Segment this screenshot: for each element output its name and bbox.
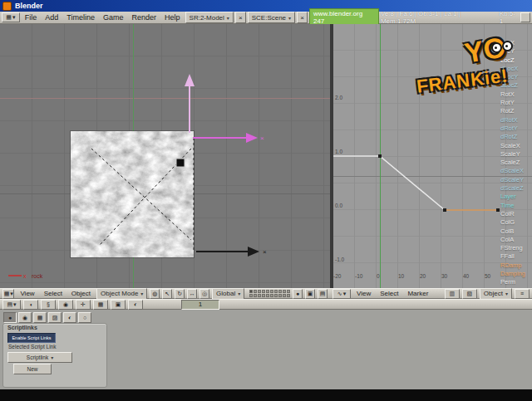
panel-tab-label[interactable]: Scriptlinks — [7, 325, 37, 330]
layer-button-20[interactable] — [287, 294, 290, 297]
context-editing-icon[interactable] — [93, 300, 108, 310]
layer-button-10[interactable] — [287, 290, 290, 293]
layer-button-15[interactable] — [266, 294, 269, 297]
ipo-channel-scalez[interactable]: ScaleZ — [500, 159, 532, 167]
ipo-editor[interactable]: 2.01.00.0-1.0 -20-1001020304050 LocXLocY… — [333, 24, 532, 288]
ipo-type-icon[interactable] — [332, 289, 351, 299]
subcontext-world-icon[interactable] — [63, 312, 76, 323]
ipo-channel-colg[interactable]: ColG — [500, 218, 532, 227]
context-logic-icon[interactable] — [23, 300, 38, 310]
ipo-curve-locz[interactable] — [333, 154, 500, 212]
viewport-3d[interactable]: × × x rock — [0, 24, 330, 288]
ipo-channel-rdamp[interactable]: RDamp — [500, 262, 532, 270]
black-axis-arrow[interactable]: × — [196, 247, 267, 257]
layer-button-4[interactable] — [262, 290, 265, 293]
layer-button-16[interactable] — [270, 294, 273, 297]
layer-button-5[interactable] — [266, 290, 269, 293]
ipo-channel-colr[interactable]: ColR — [500, 210, 532, 218]
new-scriptlink-button[interactable]: New — [13, 364, 52, 374]
ipo-channel-dlocy[interactable]: dLocY — [500, 73, 532, 81]
ipo-channel-locy[interactable]: LocY — [500, 47, 532, 56]
menu-game[interactable]: Game — [100, 13, 127, 22]
sliders-icon[interactable] — [515, 289, 530, 299]
layer-button-19[interactable] — [283, 294, 286, 297]
layer-button-13[interactable] — [258, 294, 261, 297]
context-shading-icon[interactable] — [58, 300, 73, 310]
scale-manipulator-icon[interactable] — [187, 289, 197, 299]
buttons-type-icon[interactable] — [2, 300, 21, 310]
ipo-channel-dscalez[interactable]: dScaleZ — [500, 184, 532, 193]
ipo-channel-locx[interactable]: LocX — [500, 39, 532, 47]
viewport-menu-view[interactable]: View — [17, 290, 37, 297]
layer-button-2[interactable] — [254, 290, 257, 293]
scene-selector[interactable]: SCE:Scene — [248, 12, 295, 23]
window-type-icon[interactable] — [2, 12, 20, 22]
subcontext-physics-icon[interactable] — [78, 312, 91, 323]
context-world-icon[interactable] — [128, 300, 143, 310]
ipo-channel-rotx[interactable]: RotX — [500, 90, 532, 99]
ipo-channel-perm[interactable]: Perm — [500, 278, 532, 286]
ipo-channel-fstreng[interactable]: FStreng — [500, 244, 532, 252]
ipo-menu-view[interactable]: View — [353, 290, 374, 297]
layer-button-17[interactable] — [274, 294, 278, 297]
menu-add[interactable]: Add — [42, 13, 62, 22]
ipo-channel-droty[interactable]: dRotY — [500, 125, 532, 133]
ipo-menu-select[interactable]: Select — [377, 290, 401, 297]
ipo-channel-locz[interactable]: LocZ — [500, 56, 532, 65]
ipo-channel-dlocx[interactable]: dLocX — [500, 65, 532, 73]
draw-type-icon[interactable] — [150, 289, 160, 299]
ipo-channel-time[interactable]: Time — [500, 202, 532, 210]
context-object-icon[interactable] — [76, 300, 91, 310]
menu-timeline[interactable]: Timeline — [63, 13, 98, 22]
widget-toggle-icon[interactable] — [200, 289, 209, 299]
ipo-channel-colb[interactable]: ColB — [500, 227, 532, 236]
subcontext-texture-icon[interactable] — [33, 312, 47, 323]
ipo-channel-layer[interactable]: Layer — [500, 193, 532, 201]
paste-icon[interactable] — [462, 289, 477, 299]
layer-button-8[interactable] — [278, 290, 282, 293]
mode-dropdown[interactable]: Object Mode — [96, 288, 147, 300]
screen-selector[interactable]: SR:2-Model — [185, 12, 234, 23]
ipo-channel-ffall[interactable]: FFall — [500, 252, 532, 261]
ipo-channel-rotz[interactable]: RotZ — [500, 107, 532, 115]
ipo-channel-scalex[interactable]: ScaleX — [500, 142, 532, 150]
layer-button-6[interactable] — [270, 290, 273, 293]
ipo-menu-marker[interactable]: Marker — [404, 290, 431, 297]
proportional-edit-icon[interactable] — [305, 289, 315, 299]
translate-manipulator-icon[interactable] — [162, 289, 172, 299]
copy-icon[interactable] — [445, 289, 460, 299]
ipo-channel-damping[interactable]: Damping — [500, 270, 532, 278]
ipo-channel-drotx[interactable]: dRotX — [500, 116, 532, 125]
context-script-icon[interactable] — [41, 300, 56, 310]
ipo-channel-cola[interactable]: ColA — [500, 236, 532, 244]
layer-button-7[interactable] — [274, 290, 278, 293]
layer-button-11[interactable] — [249, 294, 253, 297]
layer-buttons[interactable] — [249, 290, 290, 297]
layer-button-18[interactable] — [278, 294, 282, 297]
subcontext-material-icon[interactable] — [18, 312, 32, 323]
viewport-type-icon[interactable] — [2, 289, 14, 299]
current-frame-field[interactable]: 1 — [181, 300, 219, 310]
scene-close-button[interactable]: × — [297, 12, 308, 23]
layer-button-14[interactable] — [262, 294, 265, 297]
enable-script-links-toggle[interactable]: Enable Script Links — [7, 333, 56, 343]
menu-file[interactable]: File — [22, 13, 41, 22]
context-scene-icon[interactable] — [111, 300, 126, 310]
subcontext-lamp-icon[interactable] — [3, 312, 17, 323]
layer-button-3[interactable] — [258, 290, 261, 293]
viewport-menu-object[interactable]: Object — [68, 290, 94, 297]
ipo-type-dropdown[interactable]: Object — [480, 288, 512, 300]
layer-button-1[interactable] — [249, 290, 253, 293]
menu-render[interactable]: Render — [129, 13, 160, 22]
scriptlink-type-dropdown[interactable]: Scriptlink — [7, 352, 72, 363]
ipo-channel-drotz[interactable]: dRotZ — [500, 133, 532, 141]
ipo-channel-dscalex[interactable]: dScaleX — [500, 167, 532, 175]
empty-right-arrow[interactable]: × — [193, 133, 264, 143]
layer-button-12[interactable] — [254, 294, 257, 297]
ipo-channel-roty[interactable]: RotY — [500, 99, 532, 107]
subcontext-radiosity-icon[interactable] — [48, 312, 62, 323]
viewport-menu-select[interactable]: Select — [41, 290, 66, 297]
empty-up-arrow[interactable] — [185, 74, 195, 133]
layer-button-9[interactable] — [283, 290, 286, 293]
orientation-dropdown[interactable]: Global — [212, 288, 244, 300]
